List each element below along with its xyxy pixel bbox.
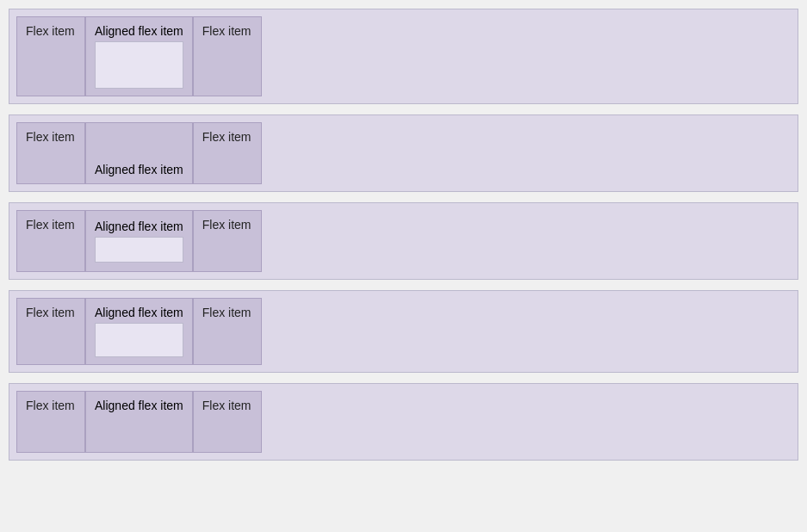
- flex-row-3: Flex item Aligned flex item Flex item: [9, 202, 798, 280]
- aligned-item-label: Aligned flex item: [95, 399, 183, 412]
- flex-item-label: Flex item: [202, 399, 251, 412]
- flex-item-label: Flex item: [202, 306, 251, 319]
- flex-item-1-1: Flex item: [16, 16, 85, 96]
- flex-row-4: Flex item Aligned flex item Flex item: [9, 290, 798, 373]
- flex-item-5-2-aligned: Aligned flex item: [85, 391, 193, 453]
- row-spacer-1: [262, 16, 791, 96]
- flex-item-label: Flex item: [26, 399, 75, 412]
- flex-item-1-3: Flex item: [193, 16, 262, 96]
- flex-item-label: Flex item: [26, 24, 75, 38]
- row-spacer-2: [262, 122, 791, 184]
- inner-box-3: [95, 237, 183, 263]
- flex-row-5: Flex item Aligned flex item Flex item: [9, 383, 798, 461]
- row-spacer-4: [262, 298, 791, 365]
- flex-item-label: Flex item: [202, 218, 251, 232]
- flex-item-5-1: Flex item: [16, 391, 85, 453]
- flex-demo-container: Flex item Aligned flex item Flex item Fl…: [9, 9, 798, 461]
- flex-item-label: Flex item: [26, 218, 75, 232]
- aligned-item-label: Aligned flex item: [95, 220, 183, 233]
- flex-item-2-2-aligned: Aligned flex item: [85, 122, 193, 184]
- inner-box-1: [95, 41, 183, 89]
- flex-item-4-1: Flex item: [16, 298, 85, 365]
- aligned-item-label: Aligned flex item: [95, 24, 183, 38]
- flex-row-1: Flex item Aligned flex item Flex item: [9, 9, 798, 104]
- row-spacer-5: [262, 391, 791, 453]
- flex-item-2-3: Flex item: [193, 122, 262, 184]
- flex-item-3-2-aligned: Aligned flex item: [85, 210, 193, 272]
- inner-box-4: [95, 323, 183, 357]
- flex-item-4-3: Flex item: [193, 298, 262, 365]
- flex-item-label: Flex item: [202, 130, 251, 144]
- aligned-item-label: Aligned flex item: [95, 306, 183, 319]
- flex-item-label: Flex item: [26, 306, 75, 319]
- flex-item-1-2-aligned: Aligned flex item: [85, 16, 193, 96]
- flex-item-label: Flex item: [26, 130, 75, 144]
- flex-item-2-1: Flex item: [16, 122, 85, 184]
- flex-item-5-3: Flex item: [193, 391, 262, 453]
- flex-row-2: Flex item Aligned flex item Flex item: [9, 114, 798, 192]
- flex-item-label: Flex item: [202, 24, 251, 38]
- row-spacer-3: [262, 210, 791, 272]
- flex-item-3-1: Flex item: [16, 210, 85, 272]
- flex-item-3-3: Flex item: [193, 210, 262, 272]
- flex-item-4-2-aligned: Aligned flex item: [85, 298, 193, 365]
- aligned-item-label: Aligned flex item: [95, 163, 183, 176]
